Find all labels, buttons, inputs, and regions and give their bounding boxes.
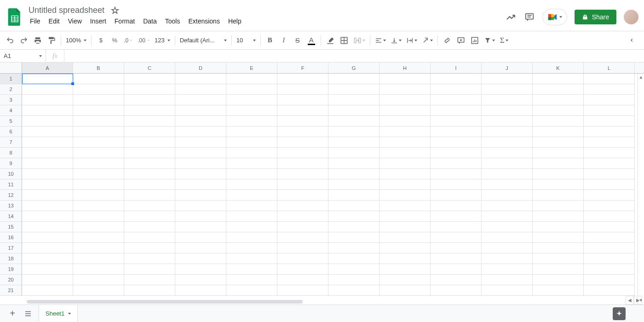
cell-H15[interactable] [380, 222, 431, 232]
percent-icon[interactable]: % [108, 34, 121, 47]
cell-I6[interactable] [431, 126, 482, 137]
cell-C3[interactable] [124, 95, 175, 105]
row-header-15[interactable]: 15 [0, 222, 22, 232]
cell-C14[interactable] [124, 211, 175, 222]
cell-H16[interactable] [380, 232, 431, 243]
cell-J4[interactable] [482, 105, 533, 116]
cell-F21[interactable] [277, 285, 328, 296]
cell-D5[interactable] [175, 116, 226, 126]
sheet-tab-menu-icon[interactable] [68, 313, 71, 315]
cell-E5[interactable] [226, 116, 277, 126]
cell-H1[interactable] [380, 74, 431, 84]
menu-format[interactable]: Format [111, 16, 138, 26]
scroll-right-icon[interactable]: ▶ [634, 296, 642, 305]
cell-H20[interactable] [380, 275, 431, 285]
row-header-18[interactable]: 18 [0, 253, 22, 264]
cell-A12[interactable] [22, 190, 73, 201]
cell-B1[interactable] [73, 74, 124, 84]
cell-J12[interactable] [482, 190, 533, 201]
cell-B20[interactable] [73, 275, 124, 285]
cell-B15[interactable] [73, 222, 124, 232]
cell-G9[interactable] [328, 158, 380, 169]
horizontal-scrollbar[interactable] [22, 299, 626, 305]
cell-K1[interactable] [533, 74, 584, 84]
cell-K21[interactable] [533, 285, 584, 296]
comments-icon[interactable] [524, 12, 535, 23]
cell-I13[interactable] [431, 201, 482, 211]
cell-C11[interactable] [124, 179, 175, 190]
cell-J20[interactable] [482, 275, 533, 285]
scroll-up-icon[interactable]: ▲ [638, 74, 644, 80]
fill-color-icon[interactable] [324, 34, 337, 47]
cell-C12[interactable] [124, 190, 175, 201]
cell-F18[interactable] [277, 253, 328, 264]
cell-C9[interactable] [124, 158, 175, 169]
cell-L1[interactable] [584, 74, 635, 84]
cell-E15[interactable] [226, 222, 277, 232]
cell-F10[interactable] [277, 169, 328, 179]
menu-file[interactable]: File [27, 16, 44, 26]
row-header-19[interactable]: 19 [0, 264, 22, 275]
cell-F17[interactable] [277, 243, 328, 253]
cell-H13[interactable] [380, 201, 431, 211]
cell-E6[interactable] [226, 126, 277, 137]
cell-G17[interactable] [328, 243, 380, 253]
cell-I18[interactable] [431, 253, 482, 264]
functions-icon[interactable]: Σ [498, 34, 511, 47]
menu-data[interactable]: Data [140, 16, 160, 26]
cell-F8[interactable] [277, 148, 328, 158]
cell-L14[interactable] [584, 211, 635, 222]
cell-K17[interactable] [533, 243, 584, 253]
cell-A6[interactable] [22, 126, 73, 137]
cell-J1[interactable] [482, 74, 533, 84]
cell-C13[interactable] [124, 201, 175, 211]
cell-A19[interactable] [22, 264, 73, 275]
cell-D7[interactable] [175, 137, 226, 148]
text-color-icon[interactable]: A [305, 34, 318, 47]
cell-B5[interactable] [73, 116, 124, 126]
cell-L21[interactable] [584, 285, 635, 296]
cell-K4[interactable] [533, 105, 584, 116]
cell-E19[interactable] [226, 264, 277, 275]
more-formats-dropdown[interactable]: 123 [153, 37, 172, 44]
cell-F13[interactable] [277, 201, 328, 211]
cell-D8[interactable] [175, 148, 226, 158]
cell-I4[interactable] [431, 105, 482, 116]
cell-L9[interactable] [584, 158, 635, 169]
cell-H17[interactable] [380, 243, 431, 253]
cell-J17[interactable] [482, 243, 533, 253]
row-header-7[interactable]: 7 [0, 137, 22, 148]
cell-A11[interactable] [22, 179, 73, 190]
cell-C8[interactable] [124, 148, 175, 158]
cell-K10[interactable] [533, 169, 584, 179]
cell-A1[interactable] [22, 74, 73, 84]
cell-L4[interactable] [584, 105, 635, 116]
vertical-align-icon[interactable] [389, 34, 403, 47]
cell-E12[interactable] [226, 190, 277, 201]
cell-D17[interactable] [175, 243, 226, 253]
cell-C7[interactable] [124, 137, 175, 148]
cell-A8[interactable] [22, 148, 73, 158]
cell-F9[interactable] [277, 158, 328, 169]
cell-A10[interactable] [22, 169, 73, 179]
menu-tools[interactable]: Tools [162, 16, 184, 26]
cell-B13[interactable] [73, 201, 124, 211]
cell-I21[interactable] [431, 285, 482, 296]
cell-B6[interactable] [73, 126, 124, 137]
cell-F16[interactable] [277, 232, 328, 243]
font-size-dropdown[interactable]: 10 [235, 37, 258, 44]
cell-I19[interactable] [431, 264, 482, 275]
cell-B8[interactable] [73, 148, 124, 158]
cell-J9[interactable] [482, 158, 533, 169]
insert-chart-icon[interactable] [468, 34, 481, 47]
cell-K3[interactable] [533, 95, 584, 105]
cell-H4[interactable] [380, 105, 431, 116]
meet-button[interactable] [542, 9, 567, 25]
menu-view[interactable]: View [65, 16, 85, 26]
cell-E3[interactable] [226, 95, 277, 105]
row-header-5[interactable]: 5 [0, 116, 22, 126]
redo-icon[interactable] [17, 34, 30, 47]
zoom-dropdown[interactable]: 100% [64, 37, 88, 44]
row-header-16[interactable]: 16 [0, 232, 22, 243]
cell-E18[interactable] [226, 253, 277, 264]
